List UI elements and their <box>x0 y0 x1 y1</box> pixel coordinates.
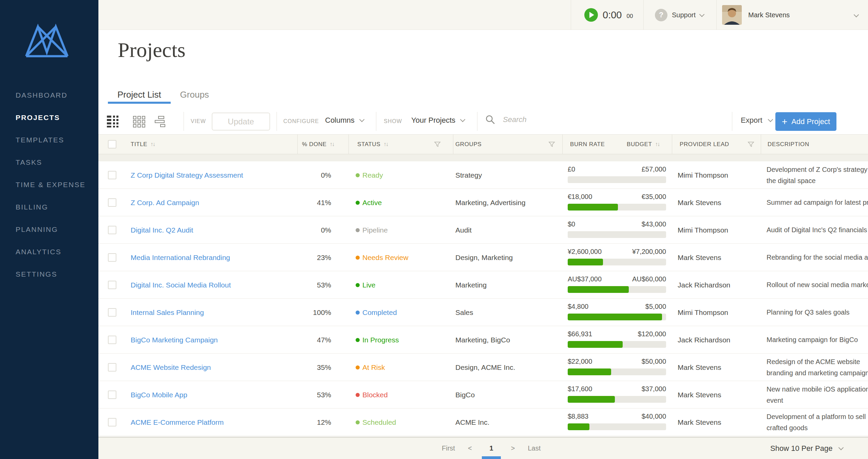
column-header-title[interactable]: TITLE ↑↓ <box>131 135 155 154</box>
budget-value: $5,000 <box>645 303 666 311</box>
app-window: DASHBOARDPROJECTSTEMPLATESTASKSTIME & EX… <box>0 0 868 459</box>
gantt-view-icon[interactable] <box>155 116 170 129</box>
pagination-last[interactable]: Last <box>528 444 541 452</box>
tab-project-list[interactable]: Project List <box>108 85 171 104</box>
project-title-link[interactable]: Z Corp. Ad Campaign <box>131 199 199 207</box>
column-header-description[interactable]: DESCRIPTION <box>768 135 809 154</box>
sidebar-item-templates[interactable]: TEMPLATES <box>0 129 98 151</box>
column-header-done[interactable]: % DONE ↑↓ <box>302 135 334 154</box>
sidebar: DASHBOARDPROJECTSTEMPLATESTASKSTIME & EX… <box>0 0 98 459</box>
per-page-dropdown[interactable]: Show 10 Per Page <box>770 438 843 459</box>
export-dropdown[interactable]: Export <box>741 116 772 125</box>
row-checkbox[interactable] <box>108 281 116 289</box>
pagination-first[interactable]: First <box>442 444 455 452</box>
status-cell: At Risk <box>356 354 385 381</box>
row-checkbox[interactable] <box>108 391 116 399</box>
status-dot-icon <box>356 173 360 177</box>
add-project-button[interactable]: + Add Project <box>775 112 836 131</box>
burn-progress-fill <box>568 396 615 403</box>
pagination-prev-icon[interactable]: < <box>468 444 472 452</box>
budget-value: $50,000 <box>642 358 666 365</box>
status-dot-icon <box>356 311 360 315</box>
row-checkbox[interactable] <box>108 418 116 426</box>
description-line: Marketing campaign for BigCo <box>767 334 858 345</box>
burn-progress-fill <box>568 259 603 265</box>
chevron-down-icon[interactable] <box>854 12 859 18</box>
sidebar-item-billing[interactable]: BILLING <box>0 196 98 218</box>
chevron-down-icon <box>768 117 773 122</box>
row-checkbox[interactable] <box>108 336 116 344</box>
percent-done: 12% <box>297 408 331 436</box>
user-menu[interactable]: Mark Stevens <box>722 0 790 30</box>
project-title-link[interactable]: BigCo Marketing Campaign <box>131 336 218 344</box>
row-checkbox[interactable] <box>108 171 116 179</box>
select-all-checkbox[interactable] <box>108 140 116 148</box>
sort-icon[interactable]: ↑↓ <box>383 141 388 148</box>
row-checkbox[interactable] <box>108 363 116 372</box>
table-row: BigCo Mobile App 53% Blocked BigCo $17,6… <box>98 381 868 408</box>
start-timer-button[interactable] <box>584 8 598 22</box>
burn-rate-cell: ¥2,600,000 ¥7,200,000 <box>568 244 666 271</box>
support-menu[interactable]: ? Support <box>655 0 704 30</box>
list-view-icon[interactable] <box>107 115 120 129</box>
row-checkbox[interactable] <box>108 253 116 262</box>
chevron-down-icon <box>699 12 705 17</box>
filter-icon[interactable] <box>434 141 441 148</box>
status-cell: Scheduled <box>356 408 396 436</box>
budget-value: $43,000 <box>642 220 666 228</box>
sort-icon[interactable]: ↑↓ <box>150 141 155 148</box>
burn-rate-cell: $66,931 $120,000 <box>568 326 666 354</box>
columns-dropdown[interactable]: Columns <box>325 116 364 125</box>
tab-groups[interactable]: Groups <box>171 85 219 104</box>
per-page-label: Show 10 Per Page <box>770 444 832 453</box>
row-checkbox[interactable] <box>108 308 116 317</box>
status-label: In Progress <box>362 336 399 344</box>
status-cell: Active <box>356 189 382 216</box>
sidebar-item-analytics[interactable]: ANALYTICS <box>0 241 98 263</box>
project-title-link[interactable]: Internal Sales Planning <box>131 308 204 317</box>
burn-progress-bar <box>568 231 666 238</box>
project-title-link[interactable]: ACME Website Redesign <box>131 363 211 372</box>
percent-done: 53% <box>297 271 331 299</box>
project-title-link[interactable]: BigCo Mobile App <box>131 391 187 399</box>
project-title-link[interactable]: Z Corp Digital Strategy Assessment <box>131 171 243 179</box>
column-header-status[interactable]: STATUS ↑↓ <box>357 135 388 154</box>
sort-icon[interactable]: ↑↓ <box>330 141 334 148</box>
topbar: 0:00 00 ? Support Mark Ste <box>98 0 868 30</box>
project-title-link[interactable]: Media International Rebranding <box>131 254 230 262</box>
row-checkbox[interactable] <box>108 198 116 207</box>
pagination-next-icon[interactable]: > <box>511 444 515 452</box>
update-button[interactable]: Update <box>212 113 270 131</box>
grid-view-icon[interactable] <box>133 116 145 129</box>
filter-icon[interactable] <box>748 141 754 148</box>
row-checkbox[interactable] <box>108 226 116 234</box>
description-line: Development of Z Corp's strategy in <box>767 164 868 175</box>
sort-icon[interactable]: ↑↓ <box>655 141 659 148</box>
project-title-link[interactable]: Digital Inc. Social Media Rollout <box>131 281 231 289</box>
toolbar-divider <box>732 112 732 131</box>
sidebar-item-tasks[interactable]: TASKS <box>0 151 98 174</box>
column-header-burn-rate[interactable]: BURN RATE <box>570 135 605 154</box>
sidebar-item-projects[interactable]: PROJECTS <box>0 106 98 129</box>
description-cell: Development of a platform to sellcrafted… <box>767 408 868 436</box>
sidebar-item-planning[interactable]: PLANNING <box>0 218 98 241</box>
project-title-link[interactable]: ACME E-Commerce Platform <box>131 418 224 426</box>
budget-value: $40,000 <box>642 413 666 420</box>
column-divider <box>348 135 349 154</box>
search-input[interactable] <box>503 115 615 124</box>
filter-icon[interactable] <box>548 141 555 148</box>
sidebar-item-dashboard[interactable]: DASHBOARD <box>0 84 98 106</box>
budget-value: AU$60,000 <box>632 275 666 283</box>
provider-lead: Jack Richardson <box>678 271 730 299</box>
project-title-link[interactable]: Digital Inc. Q2 Audit <box>131 226 193 234</box>
column-divider <box>562 135 563 154</box>
column-header-provider-lead[interactable]: PROVIDER LEAD <box>680 135 729 154</box>
sidebar-item-time-expense[interactable]: TIME & EXPENSE <box>0 174 98 196</box>
pagination-page-1[interactable]: 1 <box>485 444 498 452</box>
status-dot-icon <box>356 420 360 424</box>
show-filter-dropdown[interactable]: Your Projects <box>411 116 465 125</box>
column-header-budget[interactable]: BUDGET ↑↓ <box>627 135 659 154</box>
column-header-groups[interactable]: GROUPS <box>455 135 482 154</box>
groups-cell: BigCo <box>455 381 475 408</box>
sidebar-item-settings[interactable]: SETTINGS <box>0 263 98 285</box>
